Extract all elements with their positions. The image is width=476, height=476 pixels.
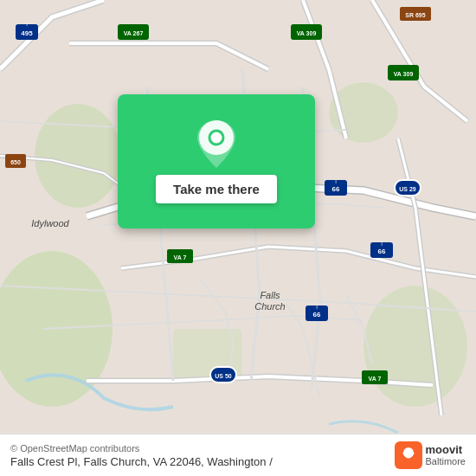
moovit-logo[interactable]: moovit Baltimore [395, 441, 466, 469]
svg-text:VA 267: VA 267 [124, 30, 144, 36]
bottom-bar: © OpenStreetMap contributors Falls Crest… [0, 434, 476, 476]
osm-attribution[interactable]: © OpenStreetMap contributors [10, 443, 273, 453]
map-container: 495 I VA 267 VA 309 VA 309 SR 695 650 66… [0, 0, 476, 476]
moovit-icon [395, 441, 422, 469]
svg-text:Idylwood: Idylwood [31, 218, 69, 228]
location-text: Falls Crest Pl, Falls Church, VA 22046, … [10, 455, 273, 468]
svg-point-2 [35, 104, 121, 208]
map-svg: 495 I VA 267 VA 309 VA 309 SR 695 650 66… [0, 0, 476, 476]
svg-text:66: 66 [313, 311, 321, 318]
svg-text:VA 309: VA 309 [394, 71, 414, 77]
svg-text:495: 495 [21, 29, 33, 37]
svg-text:Church: Church [254, 301, 285, 312]
svg-text:US 50: US 50 [215, 373, 232, 379]
popup-card: Take me there [118, 94, 315, 228]
svg-point-43 [209, 131, 223, 145]
svg-text:650: 650 [10, 159, 21, 165]
bottom-info: © OpenStreetMap contributors Falls Crest… [10, 443, 273, 468]
moovit-name: moovit [426, 444, 466, 456]
take-me-there-button[interactable]: Take me there [156, 175, 277, 203]
svg-text:66: 66 [378, 248, 386, 255]
svg-text:Falls: Falls [260, 290, 280, 300]
svg-point-3 [363, 286, 467, 407]
moovit-text: moovit Baltimore [426, 444, 466, 466]
svg-text:66: 66 [332, 185, 340, 193]
moovit-sub: Baltimore [426, 456, 466, 466]
svg-text:VA 7: VA 7 [174, 254, 187, 261]
svg-text:SR 695: SR 695 [405, 12, 425, 18]
svg-text:US 29: US 29 [399, 186, 416, 192]
svg-text:VA 309: VA 309 [297, 30, 317, 36]
svg-text:VA 7: VA 7 [369, 376, 382, 382]
location-pin-icon [197, 120, 235, 168]
